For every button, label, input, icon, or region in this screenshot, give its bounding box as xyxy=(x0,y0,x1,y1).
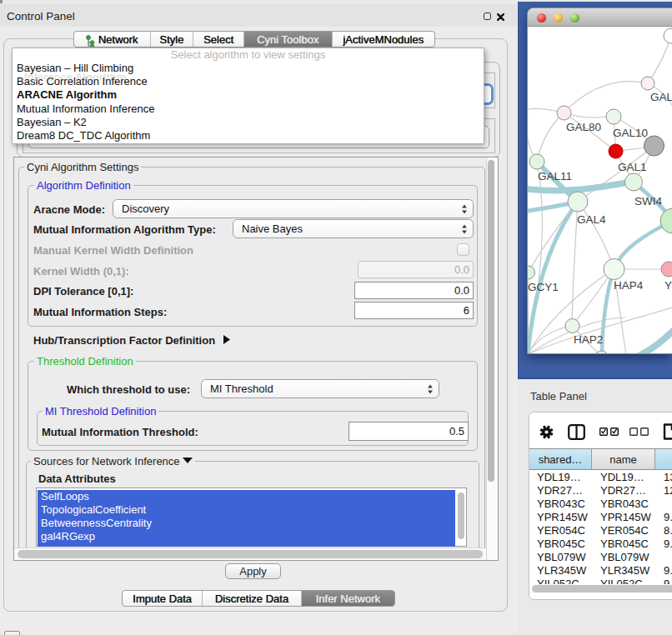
svg-text:HAP4: HAP4 xyxy=(614,279,644,292)
svg-text:Y: Y xyxy=(664,279,672,292)
svg-text:GAL80: GAL80 xyxy=(566,121,601,133)
svg-text:SWI4: SWI4 xyxy=(634,195,662,208)
svg-text:GAL: GAL xyxy=(650,91,672,103)
svg-text:GCY1: GCY1 xyxy=(528,281,559,293)
svg-text:GAL1: GAL1 xyxy=(618,161,647,173)
svg-text:GAL4: GAL4 xyxy=(577,213,606,226)
svg-text:GAL11: GAL11 xyxy=(538,170,572,182)
svg-text:GAL10: GAL10 xyxy=(613,127,648,139)
svg-text:HAP2: HAP2 xyxy=(574,333,603,346)
